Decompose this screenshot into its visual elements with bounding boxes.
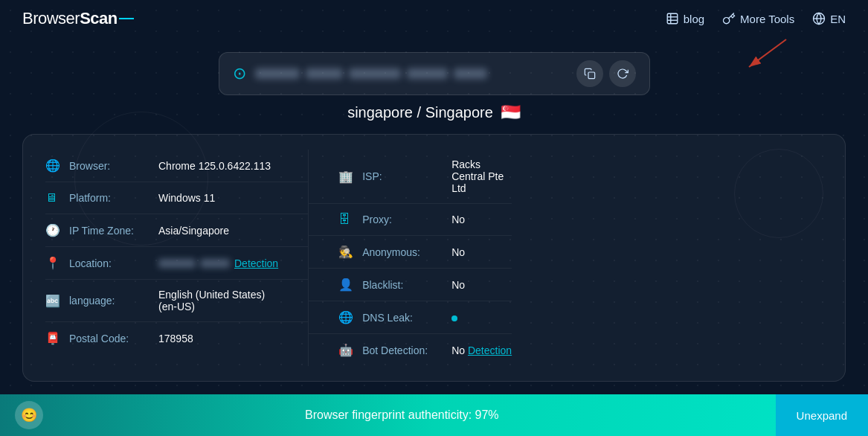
location-detection-link[interactable]: Detection [234, 257, 278, 269]
more-tools-label: More Tools [740, 13, 794, 25]
lang-label: EN [830, 13, 846, 25]
dns-dot-indicator [451, 315, 457, 321]
language-row: 🔤 language: English (United States)(en-U… [45, 280, 308, 322]
anonymous-icon: 🕵 [338, 245, 355, 259]
isp-row: 🏢 ISP: Racks Central Pte Ltd [308, 150, 512, 204]
blacklist-row: 👤 Blacklist: No [308, 269, 512, 301]
location-field-label: Location: [69, 257, 151, 269]
platform-label: Platform: [69, 192, 151, 204]
bot-label: Bot Detection: [362, 344, 444, 356]
location-text: singapore / Singapore [347, 104, 493, 121]
chat-face-icon: 😊 [21, 407, 37, 423]
dns-leak-row: 🌐 DNS Leak: [308, 301, 512, 334]
bot-value: No Detection [451, 344, 512, 356]
proxy-row: 🗄 Proxy: No [308, 204, 512, 236]
copy-icon [584, 68, 596, 80]
bot-no: No [451, 344, 465, 356]
isp-value: Racks Central Pte Ltd [451, 158, 512, 194]
info-grid: 🌐 Browser: Chrome 125.0.6422.113 🖥 Platf… [45, 150, 512, 366]
postal-label: Postal Code: [69, 333, 151, 344]
refresh-icon [617, 68, 629, 80]
browser-value: Chrome 125.0.6422.113 [158, 160, 271, 172]
timezone-row: 🕐 IP Time Zone: Asia/Singapore [45, 214, 308, 247]
blog-label: blog [684, 13, 704, 25]
platform-value: Windows 11 [158, 192, 215, 204]
browser-row: 🌐 Browser: Chrome 125.0.6422.113 [45, 150, 308, 182]
left-column: 🌐 Browser: Chrome 125.0.6422.113 🖥 Platf… [45, 150, 308, 366]
dns-leak-icon: 🌐 [338, 310, 355, 324]
nav-right: blog More Tools EN [666, 12, 846, 25]
blog-icon [666, 12, 679, 25]
more-tools-link[interactable]: More Tools [722, 12, 794, 25]
timezone-icon: 🕐 [45, 223, 62, 237]
browser-icon: 🌐 [45, 158, 62, 173]
timezone-label: IP Time Zone: [69, 225, 151, 237]
logo-browser: Browser [22, 9, 80, 28]
unexpand-button[interactable]: Unexpand [776, 394, 868, 436]
location-icon: 📍 [45, 256, 62, 270]
blog-link[interactable]: blog [666, 12, 704, 25]
bot-icon: 🤖 [338, 343, 355, 357]
proxy-value: No [451, 214, 465, 225]
proxy-icon: 🗄 [338, 213, 355, 226]
blur-block-2 [306, 68, 343, 79]
flag-icon: 🇸🇬 [501, 103, 521, 122]
language-selector[interactable]: EN [812, 12, 846, 25]
main-content: ⊙ singapore / Singapore [0, 37, 868, 394]
blacklist-value: No [451, 279, 465, 291]
bot-detection-row: 🤖 Bot Detection: No Detection [308, 334, 512, 366]
bottom-bar: 😊 Browser fingerprint authenticity: 97% … [0, 394, 868, 436]
arrow-annotation [734, 36, 794, 76]
svg-rect-0 [667, 13, 678, 24]
isp-label: ISP: [362, 170, 444, 182]
chat-icon-circle: 😊 [15, 401, 43, 429]
language-icon: 🔤 [45, 294, 62, 308]
location-blur-1 [158, 259, 196, 268]
platform-row: 🖥 Platform: Windows 11 [45, 182, 308, 214]
location-value: Detection [158, 257, 278, 269]
anonymous-row: 🕵 Anonymous: No [308, 236, 512, 269]
header: BrowserScan blog More Tools EN [0, 0, 868, 37]
location-pin-icon: ⊙ [233, 64, 246, 83]
location-label: singapore / Singapore 🇸🇬 [347, 103, 521, 122]
anonymous-value: No [451, 246, 465, 258]
language-value: English (United States)(en-US) [158, 289, 278, 312]
fingerprint-text: Browser fingerprint authenticity: 97% [43, 408, 761, 422]
anonymous-label: Anonymous: [362, 246, 444, 258]
postal-row: 📮 Postal Code: 178958 [45, 322, 308, 354]
logo-scan: Scan [80, 9, 118, 28]
dns-leak-value [451, 312, 457, 324]
proxy-label: Proxy: [362, 214, 444, 225]
blacklist-label: Blacklist: [362, 279, 444, 291]
blur-block-4 [407, 68, 448, 79]
blur-block-3 [349, 68, 401, 79]
ip-blurred-display [255, 68, 568, 79]
postal-icon: 📮 [45, 331, 62, 345]
key-icon [722, 12, 736, 25]
bottom-bar-left: 😊 [15, 401, 43, 429]
dns-leak-label: DNS Leak: [362, 312, 444, 324]
ip-actions [576, 60, 636, 87]
postal-value: 178958 [158, 333, 193, 344]
info-card: 🌐 Browser: Chrome 125.0.6422.113 🖥 Platf… [22, 134, 846, 382]
globe-icon [812, 12, 826, 25]
location-blur-2 [200, 259, 230, 268]
blur-block-1 [255, 68, 300, 79]
svg-rect-8 [588, 72, 595, 79]
ip-bar: ⊙ [219, 52, 650, 95]
blacklist-icon: 👤 [338, 278, 355, 292]
refresh-button[interactable] [609, 60, 636, 87]
platform-icon: 🖥 [45, 191, 62, 205]
logo[interactable]: BrowserScan [22, 9, 134, 28]
copy-ip-button[interactable] [576, 60, 603, 87]
language-label: language: [69, 295, 151, 307]
location-row: 📍 Location: Detection [45, 247, 308, 280]
browser-label: Browser: [69, 160, 151, 172]
svg-line-7 [749, 39, 786, 67]
isp-icon: 🏢 [338, 170, 355, 184]
blur-block-5 [454, 68, 487, 79]
bot-detection-link[interactable]: Detection [468, 344, 512, 356]
timezone-value: Asia/Singapore [158, 225, 229, 237]
right-column: 🏢 ISP: Racks Central Pte Ltd 🗄 Proxy: No… [308, 150, 512, 366]
logo-underline [119, 18, 134, 19]
